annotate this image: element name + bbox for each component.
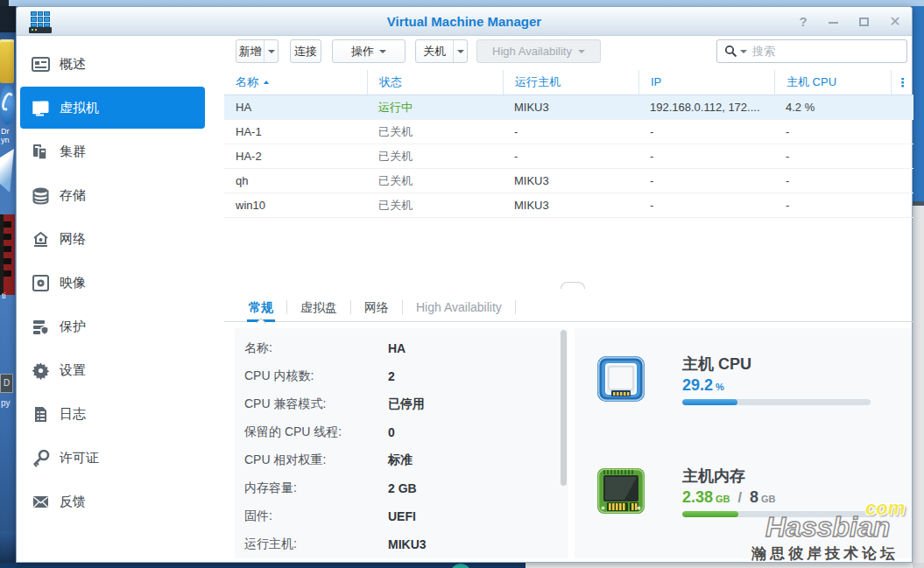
cpu-icon <box>596 355 645 403</box>
shutdown-button[interactable]: 关机 <box>415 39 468 63</box>
table-row[interactable]: HA-1 已关机 - - - <box>224 120 913 144</box>
sidebar: 概述 虚拟机 集群 存储 网络 映像 <box>17 36 224 562</box>
ram-icon <box>596 467 645 515</box>
watermark-forum: 瀚思彼岸技术论坛 <box>751 543 899 564</box>
sidebar-item-cluster[interactable]: 集群 <box>17 130 224 173</box>
panel-collapse-handle[interactable] <box>561 282 585 289</box>
sidebar-item-log[interactable]: 日志 <box>17 392 224 436</box>
col-cpu[interactable]: 主机 CPU <box>774 70 891 95</box>
storage-icon <box>32 186 50 205</box>
tab-network[interactable]: 网络 <box>351 293 402 322</box>
taskbar-app-icon[interactable] <box>450 564 471 568</box>
gear-icon <box>32 361 50 380</box>
protection-icon <box>32 318 50 336</box>
watermark-hassbian: Hassbian <box>765 511 890 543</box>
network-icon <box>32 230 50 249</box>
host-cpu-value: 29.2 <box>682 376 713 394</box>
vm-icon <box>32 99 50 117</box>
sidebar-item-network[interactable]: 网络 <box>17 217 224 261</box>
mail-icon <box>32 493 50 511</box>
host-cpu-title: 主机 CPU <box>682 355 892 373</box>
col-ip[interactable]: IP <box>638 70 774 95</box>
detail-tabs: 常规 虚拟盘 网络 High Availability <box>224 293 913 322</box>
desktop-left-strip: Dryn ti D py <box>0 6 16 563</box>
column-menu-icon[interactable]: ⋮ <box>891 70 913 95</box>
sidebar-item-image[interactable]: 映像 <box>17 261 224 305</box>
main-content: 新增 连接 操作 关机 High Availability <box>224 36 912 562</box>
connect-button[interactable]: 连接 <box>290 39 321 63</box>
host-memory-title: 主机内存 <box>682 467 892 485</box>
col-name[interactable]: 名称 <box>224 70 367 95</box>
image-icon <box>32 274 50 292</box>
maximize-button[interactable] <box>858 16 871 28</box>
tab-vdisk[interactable]: 虚拟盘 <box>287 293 350 322</box>
sidebar-item-storage[interactable]: 存储 <box>17 173 224 217</box>
host-memory-used: 2.38 <box>682 488 713 506</box>
new-dropdown[interactable] <box>264 40 278 62</box>
help-button[interactable]: ? <box>797 16 809 28</box>
sort-asc-icon <box>264 81 269 84</box>
ha-button[interactable]: High Availability <box>476 39 601 63</box>
cluster-icon <box>32 143 50 161</box>
search-dropdown[interactable] <box>740 50 747 53</box>
sidebar-item-overview[interactable]: 概述 <box>17 42 224 86</box>
table-row[interactable]: HA-2 已关机 - - - <box>224 144 913 169</box>
vm-table: 名称 状态 运行主机 IP 主机 CPU ⋮ HA 运行中 MIKU3 192.… <box>224 70 913 218</box>
vmm-window: Virtual Machine Manager ? ✕ 概述 虚拟机 集群 <box>16 6 913 563</box>
sidebar-item-settings[interactable]: 设置 <box>17 348 224 392</box>
host-memory-total: 8 <box>750 488 758 506</box>
search-box[interactable] <box>716 39 907 63</box>
tab-general[interactable]: 常规 <box>236 293 286 322</box>
col-status[interactable]: 状态 <box>367 70 503 95</box>
log-icon <box>32 405 50 424</box>
overview-icon <box>32 55 50 74</box>
detail-scrollbar[interactable] <box>560 330 568 557</box>
titlebar[interactable]: Virtual Machine Manager ? ✕ <box>17 7 912 36</box>
general-detail-panel: 名称:HA CPU 内核数:2 CPU 兼容模式:已停用 保留的 CPU 线程:… <box>235 328 568 558</box>
sidebar-item-vm[interactable]: 虚拟机 <box>20 87 205 129</box>
search-icon <box>724 45 737 58</box>
search-input[interactable] <box>752 45 906 58</box>
table-row[interactable]: HA 运行中 MIKU3 192.168.0.112, 172.... 4.2 … <box>224 95 913 120</box>
desktop-right-strip <box>913 6 924 563</box>
sidebar-item-protection[interactable]: 保护 <box>17 305 224 348</box>
tab-ha[interactable]: High Availability <box>403 293 515 322</box>
cpu-usage-bar <box>682 399 871 405</box>
action-button[interactable]: 操作 <box>332 39 406 63</box>
close-button[interactable]: ✕ <box>889 16 901 28</box>
sidebar-item-feedback[interactable]: 反馈 <box>17 480 224 523</box>
col-host[interactable]: 运行主机 <box>503 70 638 95</box>
minimize-button[interactable] <box>828 16 840 28</box>
sidebar-item-license[interactable]: 许可证 <box>17 436 224 480</box>
key-icon <box>32 449 50 467</box>
table-row[interactable]: qh 已关机 MIKU3 - - <box>224 169 913 193</box>
window-title: Virtual Machine Manager <box>17 7 912 36</box>
shutdown-dropdown[interactable] <box>453 40 467 62</box>
table-header: 名称 状态 运行主机 IP 主机 CPU ⋮ <box>224 70 913 95</box>
new-button[interactable]: 新增 <box>236 39 279 63</box>
desktop-top-strip <box>0 0 924 6</box>
table-row[interactable]: win10 已关机 MIKU3 - - <box>224 193 913 218</box>
